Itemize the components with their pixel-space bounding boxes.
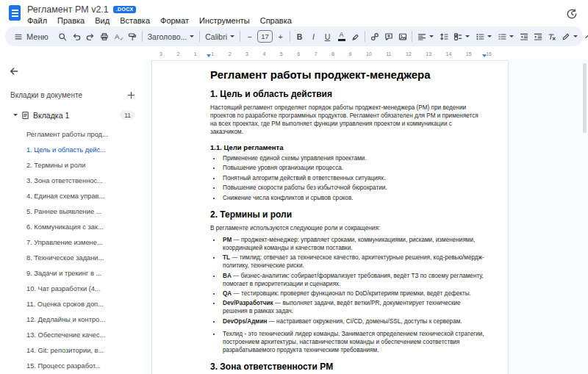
search-icon[interactable] xyxy=(56,29,70,44)
ruler-number: 14 xyxy=(446,51,452,57)
document-title[interactable]: Регламент PM v2.1 xyxy=(27,4,109,15)
ruler-number: 2 xyxy=(176,51,179,57)
bullet-item: Понятный алгоритм действий в ответственн… xyxy=(221,175,486,183)
outline-item[interactable]: 2. Термины и роли xyxy=(7,158,140,173)
styles-select[interactable]: Заголово... xyxy=(145,29,198,44)
print-icon[interactable] xyxy=(98,29,112,44)
add-comment-icon[interactable] xyxy=(381,29,395,44)
outline-item[interactable]: 5. Раннее выявление ... xyxy=(7,204,140,220)
clear-formatting-icon[interactable] xyxy=(545,29,559,44)
outline-item[interactable]: 10. Чат разработки (4... xyxy=(7,281,140,297)
undo-icon[interactable] xyxy=(70,29,84,44)
outline-item[interactable]: 8. Техническое задани... xyxy=(7,251,140,266)
toolbar-row: Меню A Заголово... Ca xyxy=(0,26,588,49)
italic-button[interactable]: I xyxy=(306,29,320,44)
hamburger-icon xyxy=(14,32,23,41)
menu-item[interactable]: Справка xyxy=(255,15,297,26)
bold-button[interactable]: B xyxy=(293,29,306,44)
ruler-number: 1 xyxy=(194,51,197,57)
term-item: Техлид - это технический лидер команды. … xyxy=(221,331,486,355)
outline-item[interactable]: Регламент работы прод... xyxy=(7,127,140,143)
outline-item[interactable]: 3. Зона ответственнос... xyxy=(7,173,140,189)
ruler-number: 3 xyxy=(245,51,248,57)
line-spacing-icon[interactable] xyxy=(437,29,451,44)
docs-logo-icon[interactable] xyxy=(9,5,21,21)
menu-item[interactable]: Файл xyxy=(22,15,52,26)
outline-item[interactable]: 1. Цель и область дейс... xyxy=(7,143,140,158)
insert-link-icon[interactable] xyxy=(368,29,381,44)
chevron-down-icon xyxy=(487,35,492,37)
outline-item[interactable]: 14. Git: репозитории, в... xyxy=(7,343,140,359)
outline-item[interactable]: 7. Управление измене... xyxy=(7,235,140,251)
increase-indent-icon[interactable] xyxy=(531,29,545,44)
top-bar: Регламент PM v2.1 .DOCX ФайлПравкаВидВст… xyxy=(0,0,588,26)
decrease-font-size-button[interactable]: − xyxy=(243,29,257,44)
right-indent-marker[interactable] xyxy=(482,54,487,57)
divider xyxy=(412,31,412,42)
tab-expand-icon[interactable] xyxy=(13,114,18,116)
menu-item[interactable]: Инструменты xyxy=(194,15,255,26)
doc-title: Регламент работы проджект-менеджера xyxy=(210,68,486,82)
ruler-number: 1 xyxy=(211,51,214,57)
terms-list: PM — проджект-менеджер: управляет срокам… xyxy=(210,237,486,326)
font-select[interactable]: Calibri xyxy=(202,29,237,44)
ruler-number: 11 xyxy=(386,51,391,57)
insert-image-icon[interactable] xyxy=(395,29,409,44)
ruler-number: 13 xyxy=(426,51,431,57)
paragraph: Настоящий регламент определяет порядок р… xyxy=(210,104,486,137)
align-icon[interactable] xyxy=(415,29,437,44)
text-color-button[interactable]: A xyxy=(334,29,348,44)
docx-badge: .DOCX xyxy=(113,6,137,13)
font-size-input[interactable]: 17 xyxy=(257,30,273,43)
term-item: QA — тестировщик: проверяет функционал п… xyxy=(221,290,486,298)
numbered-list-icon[interactable] xyxy=(495,29,517,44)
outline-item[interactable]: 11. Оценка сроков доп... xyxy=(7,297,140,312)
chevron-down-icon xyxy=(190,35,194,37)
highlight-color-icon[interactable] xyxy=(348,29,362,44)
checklist-icon[interactable] xyxy=(451,29,473,44)
outline-item[interactable]: 12. Дедлайны и контро... xyxy=(7,312,140,328)
editing-mode-button[interactable] xyxy=(559,29,581,44)
outline-item[interactable]: 13. Обеспечение качес... xyxy=(7,328,140,343)
redo-icon[interactable] xyxy=(84,29,98,44)
menu-item[interactable]: Правка xyxy=(52,15,90,26)
heading-1-1: 1.1. Цели регламента xyxy=(210,143,486,151)
left-indent-marker[interactable] xyxy=(207,54,211,57)
goals-list: Применение единой схемы управления проек… xyxy=(210,155,486,203)
back-arrow-icon[interactable] xyxy=(7,62,25,79)
ruler-number: 2 xyxy=(229,51,232,57)
menu-item[interactable]: Вид xyxy=(90,15,115,26)
bullet-item: Повышение уровня организации процесса. xyxy=(221,165,486,173)
menu-item[interactable]: Формат xyxy=(155,15,194,26)
version-history-icon[interactable] xyxy=(563,5,581,23)
outline-item[interactable]: 4. Единая схема управ... xyxy=(7,189,140,204)
spellcheck-icon[interactable]: A xyxy=(112,29,126,44)
ruler-number: 5 xyxy=(280,51,283,57)
ruler-number: 10 xyxy=(366,51,372,57)
pencil-icon xyxy=(562,32,570,41)
tab-row[interactable]: Вкладка 1 11 xyxy=(7,107,140,123)
underline-button[interactable]: U xyxy=(320,29,334,44)
bullet-item: Снижение числа конфликтов и срывов сроко… xyxy=(221,195,486,203)
term-item: Dev/Разработчик — выполняет задачи, ведё… xyxy=(221,300,486,316)
chevron-down-icon xyxy=(465,35,470,37)
outline-item[interactable]: 15. Процесс разработ... xyxy=(7,359,140,374)
menu-button[interactable]: Меню xyxy=(8,28,56,45)
chevron-down-icon xyxy=(230,35,234,37)
scrollbar[interactable] xyxy=(583,63,587,133)
divider xyxy=(365,31,365,42)
add-tab-icon[interactable] xyxy=(123,88,138,101)
outline-item[interactable]: 6. Коммуникация с зак... xyxy=(7,220,140,235)
bulleted-list-icon[interactable] xyxy=(473,29,495,44)
increase-font-size-button[interactable]: + xyxy=(273,29,287,44)
decrease-indent-icon[interactable] xyxy=(517,29,531,44)
outline-item[interactable]: 9. Задачи и трекинг в ... xyxy=(7,266,140,281)
bullet-item: Повышение скорости работы без избыточной… xyxy=(221,184,486,193)
menu-item[interactable]: Вставка xyxy=(115,15,155,26)
collapse-toolbar-icon[interactable] xyxy=(581,29,588,44)
paint-format-icon[interactable] xyxy=(126,29,140,44)
bullet-item: Применение единой схемы управления проек… xyxy=(221,155,486,163)
document-page[interactable]: Регламент работы проджект-менеджера 1. Ц… xyxy=(151,60,509,374)
tabs-header: Вкладки в документе xyxy=(10,88,138,101)
ruler[interactable]: 32112345678910111213141516 xyxy=(0,49,588,59)
